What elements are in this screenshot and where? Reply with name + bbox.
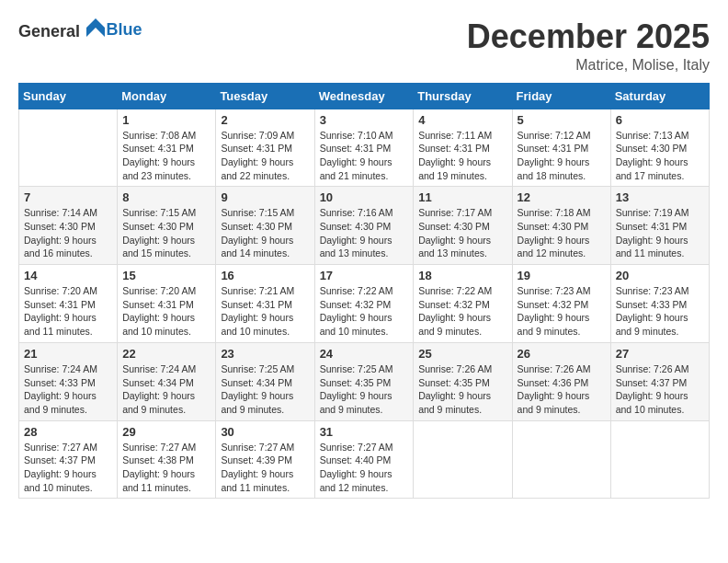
calendar-cell: 3Sunrise: 7:10 AMSunset: 4:31 PMDaylight… bbox=[314, 109, 414, 187]
calendar-cell: 5Sunrise: 7:12 AMSunset: 4:31 PMDaylight… bbox=[512, 109, 610, 187]
page-header: General Blue December 2025 Matrice, Moli… bbox=[18, 18, 710, 74]
day-info: Sunrise: 7:20 AMSunset: 4:31 PMDaylight:… bbox=[24, 284, 112, 339]
calendar-cell: 28Sunrise: 7:27 AMSunset: 4:37 PMDayligh… bbox=[19, 420, 118, 499]
day-info: Sunrise: 7:09 AMSunset: 4:31 PMDaylight:… bbox=[221, 129, 309, 183]
day-info: Sunrise: 7:08 AMSunset: 4:31 PMDaylight:… bbox=[122, 129, 210, 183]
calendar-cell: 6Sunrise: 7:13 AMSunset: 4:30 PMDaylight… bbox=[610, 109, 709, 187]
day-info: Sunrise: 7:16 AMSunset: 4:30 PMDaylight:… bbox=[320, 206, 409, 260]
day-info: Sunrise: 7:24 AMSunset: 4:33 PMDaylight:… bbox=[24, 362, 112, 417]
day-number: 21 bbox=[24, 347, 112, 361]
day-info: Sunrise: 7:17 AMSunset: 4:30 PMDaylight:… bbox=[418, 206, 506, 260]
title-section: December 2025 Matrice, Molise, Italy bbox=[467, 18, 710, 74]
calendar-cell: 9Sunrise: 7:15 AMSunset: 4:30 PMDaylight… bbox=[216, 187, 314, 265]
day-number: 5 bbox=[518, 113, 606, 127]
day-info: Sunrise: 7:22 AMSunset: 4:32 PMDaylight:… bbox=[320, 284, 409, 339]
day-info: Sunrise: 7:26 AMSunset: 4:36 PMDaylight:… bbox=[518, 362, 606, 417]
calendar-cell: 26Sunrise: 7:26 AMSunset: 4:36 PMDayligh… bbox=[512, 342, 610, 420]
day-number: 11 bbox=[418, 190, 506, 204]
header-col-monday: Monday bbox=[118, 83, 216, 109]
calendar-cell: 2Sunrise: 7:09 AMSunset: 4:31 PMDaylight… bbox=[216, 109, 314, 187]
header-col-friday: Friday bbox=[512, 83, 610, 109]
calendar-cell: 27Sunrise: 7:26 AMSunset: 4:37 PMDayligh… bbox=[610, 342, 709, 420]
calendar-cell: 14Sunrise: 7:20 AMSunset: 4:31 PMDayligh… bbox=[19, 265, 118, 343]
week-row-3: 14Sunrise: 7:20 AMSunset: 4:31 PMDayligh… bbox=[19, 265, 710, 343]
week-row-5: 28Sunrise: 7:27 AMSunset: 4:37 PMDayligh… bbox=[19, 420, 710, 499]
calendar-cell: 16Sunrise: 7:21 AMSunset: 4:31 PMDayligh… bbox=[216, 265, 314, 343]
calendar-cell: 25Sunrise: 7:26 AMSunset: 4:35 PMDayligh… bbox=[414, 342, 512, 420]
calendar-cell: 12Sunrise: 7:18 AMSunset: 4:30 PMDayligh… bbox=[512, 187, 610, 265]
calendar-cell: 24Sunrise: 7:25 AMSunset: 4:35 PMDayligh… bbox=[314, 342, 414, 420]
calendar-cell bbox=[610, 420, 709, 499]
day-number: 17 bbox=[320, 269, 409, 282]
week-row-1: 1Sunrise: 7:08 AMSunset: 4:31 PMDaylight… bbox=[19, 109, 710, 187]
day-number: 2 bbox=[221, 113, 309, 127]
calendar-cell: 30Sunrise: 7:27 AMSunset: 4:39 PMDayligh… bbox=[216, 420, 314, 499]
calendar-cell: 8Sunrise: 7:15 AMSunset: 4:30 PMDaylight… bbox=[118, 187, 216, 265]
calendar-cell: 29Sunrise: 7:27 AMSunset: 4:38 PMDayligh… bbox=[118, 420, 216, 499]
day-number: 30 bbox=[221, 425, 309, 439]
day-number: 12 bbox=[518, 190, 606, 204]
week-row-2: 7Sunrise: 7:14 AMSunset: 4:30 PMDaylight… bbox=[19, 187, 710, 265]
day-info: Sunrise: 7:23 AMSunset: 4:32 PMDaylight:… bbox=[518, 284, 606, 339]
day-info: Sunrise: 7:15 AMSunset: 4:30 PMDaylight:… bbox=[221, 206, 309, 260]
day-info: Sunrise: 7:14 AMSunset: 4:30 PMDaylight:… bbox=[24, 206, 112, 260]
day-number: 19 bbox=[518, 269, 606, 282]
day-info: Sunrise: 7:18 AMSunset: 4:30 PMDaylight:… bbox=[518, 206, 606, 260]
day-number: 9 bbox=[221, 190, 309, 204]
day-info: Sunrise: 7:25 AMSunset: 4:34 PMDaylight:… bbox=[221, 362, 309, 417]
day-number: 10 bbox=[320, 190, 409, 204]
day-info: Sunrise: 7:25 AMSunset: 4:35 PMDaylight:… bbox=[320, 362, 409, 417]
calendar-cell: 10Sunrise: 7:16 AMSunset: 4:30 PMDayligh… bbox=[314, 187, 414, 265]
day-info: Sunrise: 7:11 AMSunset: 4:31 PMDaylight:… bbox=[418, 129, 506, 183]
day-info: Sunrise: 7:26 AMSunset: 4:35 PMDaylight:… bbox=[418, 362, 506, 417]
logo-icon bbox=[86, 18, 105, 37]
calendar-cell: 1Sunrise: 7:08 AMSunset: 4:31 PMDaylight… bbox=[118, 109, 216, 187]
day-number: 3 bbox=[320, 113, 409, 127]
day-info: Sunrise: 7:27 AMSunset: 4:40 PMDaylight:… bbox=[320, 441, 409, 495]
calendar-table: SundayMondayTuesdayWednesdayThursdayFrid… bbox=[18, 83, 710, 500]
day-number: 20 bbox=[616, 269, 704, 282]
day-number: 26 bbox=[518, 347, 606, 361]
day-number: 15 bbox=[122, 269, 210, 282]
calendar-cell bbox=[19, 109, 118, 187]
day-number: 27 bbox=[616, 347, 704, 361]
calendar-cell: 4Sunrise: 7:11 AMSunset: 4:31 PMDaylight… bbox=[414, 109, 512, 187]
day-info: Sunrise: 7:21 AMSunset: 4:31 PMDaylight:… bbox=[221, 284, 309, 339]
calendar-cell: 13Sunrise: 7:19 AMSunset: 4:31 PMDayligh… bbox=[610, 187, 709, 265]
day-number: 25 bbox=[418, 347, 506, 361]
calendar-cell: 7Sunrise: 7:14 AMSunset: 4:30 PMDaylight… bbox=[19, 187, 118, 265]
day-info: Sunrise: 7:15 AMSunset: 4:30 PMDaylight:… bbox=[122, 206, 210, 260]
day-info: Sunrise: 7:27 AMSunset: 4:39 PMDaylight:… bbox=[221, 441, 309, 495]
header-col-saturday: Saturday bbox=[610, 83, 709, 109]
calendar-cell: 15Sunrise: 7:20 AMSunset: 4:31 PMDayligh… bbox=[118, 265, 216, 343]
logo-general: General bbox=[18, 22, 80, 40]
header-col-thursday: Thursday bbox=[414, 83, 512, 109]
logo: General Blue bbox=[18, 18, 142, 41]
day-info: Sunrise: 7:22 AMSunset: 4:32 PMDaylight:… bbox=[418, 284, 506, 339]
day-info: Sunrise: 7:27 AMSunset: 4:38 PMDaylight:… bbox=[122, 441, 210, 495]
calendar-cell: 20Sunrise: 7:23 AMSunset: 4:33 PMDayligh… bbox=[610, 265, 709, 343]
day-number: 7 bbox=[24, 190, 112, 204]
day-number: 13 bbox=[616, 190, 704, 204]
calendar-cell: 18Sunrise: 7:22 AMSunset: 4:32 PMDayligh… bbox=[414, 265, 512, 343]
day-number: 4 bbox=[418, 113, 506, 127]
calendar-cell: 22Sunrise: 7:24 AMSunset: 4:34 PMDayligh… bbox=[118, 342, 216, 420]
location: Matrice, Molise, Italy bbox=[467, 57, 710, 74]
day-info: Sunrise: 7:10 AMSunset: 4:31 PMDaylight:… bbox=[320, 129, 409, 183]
calendar-header-row: SundayMondayTuesdayWednesdayThursdayFrid… bbox=[19, 83, 710, 109]
day-info: Sunrise: 7:20 AMSunset: 4:31 PMDaylight:… bbox=[122, 284, 210, 339]
day-info: Sunrise: 7:13 AMSunset: 4:30 PMDaylight:… bbox=[616, 129, 704, 183]
header-col-tuesday: Tuesday bbox=[216, 83, 314, 109]
day-number: 14 bbox=[24, 269, 112, 282]
day-number: 23 bbox=[221, 347, 309, 361]
day-number: 1 bbox=[122, 113, 210, 127]
day-info: Sunrise: 7:12 AMSunset: 4:31 PMDaylight:… bbox=[518, 129, 606, 183]
calendar-cell: 19Sunrise: 7:23 AMSunset: 4:32 PMDayligh… bbox=[512, 265, 610, 343]
day-number: 18 bbox=[418, 269, 506, 282]
calendar-cell: 21Sunrise: 7:24 AMSunset: 4:33 PMDayligh… bbox=[19, 342, 118, 420]
day-info: Sunrise: 7:19 AMSunset: 4:31 PMDaylight:… bbox=[616, 206, 704, 260]
day-info: Sunrise: 7:24 AMSunset: 4:34 PMDaylight:… bbox=[122, 362, 210, 417]
svg-marker-0 bbox=[86, 18, 105, 37]
header-col-wednesday: Wednesday bbox=[314, 83, 414, 109]
day-number: 24 bbox=[320, 347, 409, 361]
